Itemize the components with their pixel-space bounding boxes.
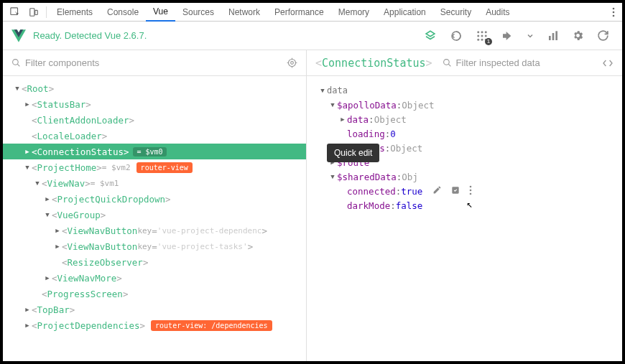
expand-arrow-icon[interactable]: ▶ — [43, 274, 52, 281]
svg-point-24 — [470, 185, 472, 187]
svg-point-11 — [481, 34, 483, 37]
router-view-badge: router-view: /dependencies — [151, 320, 272, 331]
svg-rect-17 — [552, 33, 555, 40]
expand-arrow-icon[interactable]: ▼ — [33, 179, 42, 187]
svg-point-3 — [613, 7, 615, 9]
tree-node-ViewNavMore[interactable]: ▶<ViewNavMore> — [3, 270, 306, 286]
refresh-icon[interactable] — [597, 29, 609, 42]
svg-point-26 — [470, 192, 472, 195]
svg-point-13 — [477, 38, 479, 40]
vue-logo-icon — [11, 29, 26, 43]
svg-rect-16 — [549, 36, 551, 40]
events-badge: 1 — [485, 38, 492, 45]
svg-point-22 — [443, 60, 449, 65]
devtools-tab-security[interactable]: Security — [433, 3, 478, 22]
data-root[interactable]: ▼ data — [318, 83, 611, 98]
tree-node-ProgressScreen[interactable]: <ProgressScreen> — [3, 286, 306, 302]
devtools-tab-sources[interactable]: Sources — [175, 3, 221, 22]
expand-arrow-icon[interactable]: ▶ — [43, 195, 52, 202]
vue-status-text: Ready. Detected Vue 2.6.7. — [33, 30, 147, 41]
inspector-data-panel: ▼ data▼$apolloData: Object▶data: Objectl… — [307, 76, 622, 361]
svg-point-12 — [485, 34, 487, 37]
data-prop-darkMode[interactable]: darkMode: false — [318, 198, 611, 213]
devtools-tab-vue[interactable]: Vue — [146, 3, 175, 22]
search-icon — [443, 58, 452, 67]
tree-node-Root[interactable]: ▼<Root> — [3, 80, 306, 96]
tree-node-StatusBar[interactable]: ▶<StatusBar> — [3, 96, 306, 112]
expand-arrow-icon[interactable]: ▶ — [53, 243, 62, 250]
tree-node-LocaleLoader[interactable]: <LocaleLoader> — [3, 128, 306, 144]
svg-rect-18 — [555, 31, 557, 40]
expand-arrow-icon[interactable]: ▼ — [43, 211, 52, 218]
more-icon[interactable] — [608, 4, 619, 20]
tree-node-ConnectionStatus[interactable]: ▶<ConnectionStatus>= $vm0 — [3, 144, 306, 159]
data-prop-apolloData[interactable]: ▼$apolloData: Object — [318, 98, 611, 112]
tree-node-ViewNavButton[interactable]: ▶<ViewNavButton key='vue-project-depende… — [3, 223, 306, 238]
svg-point-4 — [613, 11, 615, 13]
tree-node-ResizeObserver[interactable]: <ResizeObserver> — [3, 254, 306, 270]
data-prop-data[interactable]: ▶data: Object — [318, 112, 611, 126]
expand-arrow-icon[interactable]: ▶ — [23, 148, 32, 155]
tree-node-ViewNav[interactable]: ▼<ViewNav> = $vm1 — [3, 175, 306, 191]
vue-devtools-header: Ready. Detected Vue 2.6.7. 1 — [3, 22, 622, 50]
tree-node-VueGroup[interactable]: ▼<VueGroup> — [3, 207, 306, 223]
device-toolbar-icon[interactable] — [24, 4, 43, 20]
tree-node-ProjectDependencies[interactable]: ▶<ProjectDependencies>router-view: /depe… — [3, 317, 306, 333]
inspect-element-icon[interactable] — [6, 4, 24, 20]
tree-node-ViewNavButton[interactable]: ▶<ViewNavButton key='vue-project-tasks'> — [3, 238, 306, 254]
devtools-tab-application[interactable]: Application — [376, 3, 433, 22]
expand-arrow-icon[interactable]: ▶ — [53, 227, 62, 234]
data-prop-connected[interactable]: connected: true↖ — [318, 184, 611, 198]
tree-node-ClientAddonLoader[interactable]: <ClientAddonLoader> — [3, 112, 306, 128]
vuex-tab-icon[interactable] — [450, 29, 463, 42]
svg-rect-1 — [30, 8, 34, 16]
svg-point-9 — [485, 31, 487, 33]
devtools-tab-elements[interactable]: Elements — [50, 3, 100, 22]
svg-point-21 — [291, 62, 294, 65]
tree-node-ProjectQuickDropdown[interactable]: ▶<ProjectQuickDropdown> — [3, 191, 306, 207]
routing-tab-icon[interactable] — [501, 30, 513, 42]
svg-point-8 — [481, 31, 483, 33]
svg-point-5 — [613, 14, 615, 17]
svg-point-10 — [477, 34, 479, 37]
svg-point-25 — [470, 189, 472, 191]
expand-arrow-icon[interactable]: ▶ — [23, 306, 32, 313]
devtools-tab-console[interactable]: Console — [100, 3, 146, 22]
search-icon — [11, 58, 21, 67]
devtools-tab-audits[interactable]: Audits — [478, 3, 517, 22]
svg-rect-2 — [35, 10, 38, 14]
expand-arrow-icon[interactable]: ▶ — [23, 322, 32, 329]
perf-tab-icon[interactable] — [547, 30, 559, 42]
select-component-icon[interactable] — [287, 57, 297, 68]
quick-edit-icon[interactable]: ↖ — [450, 185, 460, 197]
expand-arrow-icon[interactable]: ▼ — [23, 164, 32, 171]
inspector-title: <ConnectionStatus> — [315, 57, 432, 70]
tree-node-TopBar[interactable]: ▶<TopBar> — [3, 302, 306, 317]
inspector-header: <ConnectionStatus> — [307, 50, 622, 76]
filter-components-input[interactable] — [25, 57, 282, 68]
svg-point-7 — [477, 31, 479, 33]
more-actions-icon[interactable] — [469, 185, 472, 197]
component-tree: ▼<Root>▶<StatusBar><ClientAddonLoader><L… — [3, 76, 306, 361]
settings-icon[interactable] — [572, 29, 584, 42]
component-filter-bar — [3, 50, 306, 76]
components-tab-icon[interactable] — [424, 29, 437, 42]
expand-arrow-icon[interactable]: ▼ — [13, 85, 22, 92]
data-prop-loading[interactable]: loading: 0 — [318, 126, 611, 141]
tree-node-ProjectHome[interactable]: ▼<ProjectHome> = $vm2router-view — [3, 159, 306, 175]
expand-arrow-icon[interactable]: ▶ — [23, 101, 32, 108]
data-prop-sharedData[interactable]: ▼$sharedData: ObjQuick edit — [318, 169, 611, 184]
filter-inspected-input[interactable] — [456, 57, 598, 68]
devtools-tab-network[interactable]: Network — [221, 3, 267, 22]
svg-point-14 — [481, 38, 483, 40]
events-tab-icon[interactable]: 1 — [476, 29, 489, 42]
devtools-tab-performance[interactable]: Performance — [267, 3, 331, 22]
router-view-badge: router-view — [136, 162, 193, 173]
devtools-tab-strip: ElementsConsoleVueSourcesNetworkPerforma… — [3, 3, 622, 22]
tooltip: Quick edit — [327, 144, 379, 162]
svg-point-19 — [13, 60, 19, 65]
chevron-down-icon[interactable] — [526, 32, 534, 40]
open-in-editor-icon[interactable] — [602, 58, 614, 68]
edit-icon[interactable] — [432, 185, 442, 197]
devtools-tab-memory[interactable]: Memory — [331, 3, 376, 22]
